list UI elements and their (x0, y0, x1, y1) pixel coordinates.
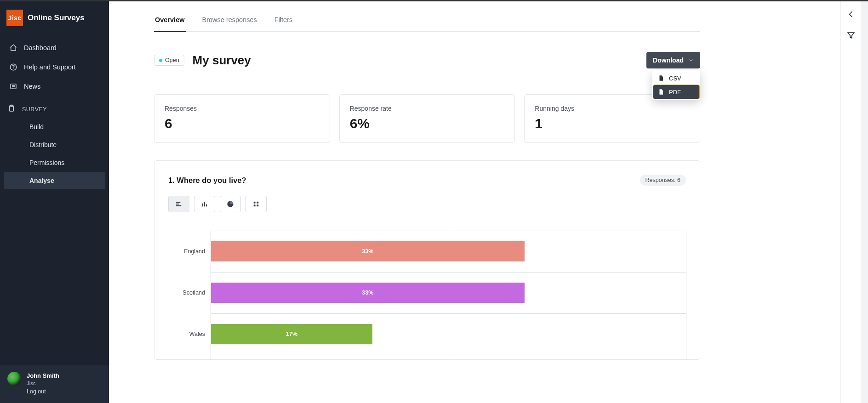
sidebar: Jisc Online Surveys Dashboard Help and S… (0, 1, 109, 403)
right-rail (840, 1, 861, 403)
filter-icon[interactable] (846, 31, 856, 40)
download-button-label: Download (653, 57, 684, 64)
chart-type-vbar[interactable] (194, 196, 215, 212)
chart-bar-label: 33% (362, 248, 373, 255)
svg-rect-7 (176, 205, 181, 206)
subnav-permissions[interactable]: Permissions (4, 154, 105, 171)
sidebar-footer: John Smith Jisc Log out (0, 365, 109, 403)
subnav-build[interactable]: Build (4, 118, 105, 136)
svg-point-1 (13, 68, 13, 69)
svg-rect-13 (254, 204, 256, 206)
svg-rect-9 (204, 202, 205, 206)
stat-response-rate: Response rate 6% (339, 94, 515, 143)
page-title: My survey (193, 53, 251, 68)
chart-category-label: Scotland (183, 289, 205, 296)
download-option-label: CSV (669, 75, 681, 82)
stat-label: Responses (165, 105, 320, 112)
stat-running-days: Running days 1 (524, 94, 700, 143)
logout-link[interactable]: Log out (27, 388, 59, 396)
svg-rect-8 (202, 204, 203, 207)
stat-value: 1 (535, 116, 690, 131)
question-header: 1. Where do you live? Responses: 6 (168, 175, 686, 186)
brand-logo: Jisc (6, 10, 23, 26)
file-pdf-icon (658, 88, 664, 96)
chart-bar: 17% (211, 324, 372, 344)
avatar[interactable] (7, 372, 21, 386)
primary-nav: Dashboard Help and Support News SURVEY (0, 36, 109, 192)
svg-rect-6 (176, 204, 179, 204)
stat-responses: Responses 6 (154, 94, 330, 143)
question-title: 1. Where do you live? (168, 176, 246, 185)
user-name: John Smith (27, 372, 59, 380)
status-dot-icon (159, 59, 162, 62)
chart-category-label: Wales (189, 331, 205, 337)
nav-item-label: Dashboard (24, 44, 57, 51)
chart-type-hbar[interactable] (168, 196, 189, 212)
nav-section-survey: SURVEY (0, 96, 109, 118)
file-csv-icon (658, 74, 664, 82)
nav-help[interactable]: Help and Support (2, 57, 107, 77)
news-icon (9, 82, 17, 91)
download-dropdown: CSV PDF (652, 70, 700, 100)
chart-bar-label: 33% (362, 289, 373, 296)
download-option-label: PDF (669, 89, 681, 96)
chart-yaxis: England Scotland Wales (168, 231, 211, 359)
svg-rect-14 (257, 204, 258, 206)
help-icon (9, 63, 17, 71)
svg-rect-5 (176, 202, 180, 203)
question-card: 1. Where do you live? Responses: 6 (154, 160, 700, 360)
chart-bar: 33% (211, 283, 525, 303)
home-icon (9, 44, 17, 52)
subnav-distribute[interactable]: Distribute (4, 136, 105, 153)
chart-bar-label: 17% (286, 331, 297, 337)
brand-title: Online Surveys (28, 13, 85, 23)
download-option-pdf[interactable]: PDF (653, 85, 699, 99)
subnav-analyse[interactable]: Analyse (4, 172, 105, 189)
section-label: SURVEY (22, 106, 47, 113)
main-content: Overview Browse responses Filters Open M… (109, 1, 840, 403)
chart-area: England Scotland Wales 33% (168, 231, 686, 359)
chart-plot: 33% 33% 17% (211, 231, 686, 359)
chart-type-pie[interactable] (220, 196, 241, 212)
download-button[interactable]: Download (646, 52, 700, 68)
grid-icon (252, 200, 260, 208)
status-badge: Open (154, 55, 184, 66)
stat-label: Running days (535, 105, 690, 112)
clipboard-icon (7, 104, 16, 114)
download-option-csv[interactable]: CSV (653, 71, 699, 85)
responses-badge: Responses: 6 (640, 175, 686, 186)
svg-rect-11 (254, 202, 256, 204)
stat-value: 6 (165, 116, 320, 131)
scrollbar[interactable] (861, 1, 868, 403)
hbar-icon (175, 200, 183, 208)
chart-type-selector (168, 196, 686, 212)
tabs: Overview Browse responses Filters (154, 1, 700, 32)
chevron-down-icon (688, 57, 694, 63)
status-label: Open (165, 57, 179, 63)
stat-label: Response rate (350, 105, 505, 112)
stats-grid: Responses 6 Response rate 6% Running day… (154, 94, 700, 143)
nav-item-label: Help and Support (24, 63, 76, 71)
svg-rect-10 (206, 204, 207, 207)
chevron-left-icon[interactable] (846, 10, 856, 19)
chart-bar: 33% (211, 241, 525, 261)
user-block: John Smith Jisc Log out (27, 372, 59, 396)
pie-icon (227, 200, 234, 208)
nav-item-label: News (24, 83, 40, 90)
stat-value: 6% (350, 116, 505, 131)
sidebar-header: Jisc Online Surveys (0, 1, 109, 36)
tab-overview[interactable]: Overview (154, 16, 186, 32)
svg-rect-12 (257, 202, 258, 204)
nav-news[interactable]: News (2, 77, 107, 96)
user-org: Jisc (27, 380, 59, 387)
vbar-icon (201, 200, 208, 208)
chart-type-grid[interactable] (246, 196, 267, 212)
tab-filters[interactable]: Filters (274, 16, 293, 32)
chart-category-label: England (184, 248, 205, 255)
tab-browse-responses[interactable]: Browse responses (201, 16, 258, 32)
title-row: Open My survey Download CSV (154, 32, 700, 68)
nav-dashboard[interactable]: Dashboard (2, 38, 107, 57)
download-menu: Download CSV PDF (646, 52, 700, 68)
